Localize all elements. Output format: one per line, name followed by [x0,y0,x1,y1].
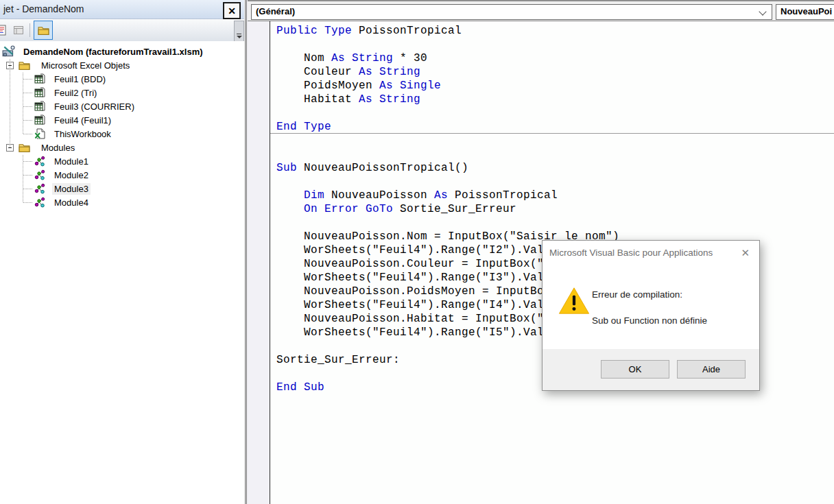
module-icon [34,156,46,167]
toolbar-separator [29,23,30,37]
folder-icon [18,60,30,71]
tree-item[interactable]: Module4 [0,195,244,209]
dialog-title: Microsoft Visual Basic pour Applications [549,248,713,258]
object-dropdown-value: (Général) [256,6,295,16]
view-object-icon [13,25,24,36]
dialog-footer: OK Aide [543,349,759,390]
tree-item-label: Feuil3 (COURRIER) [52,101,136,112]
close-icon[interactable]: ✕ [223,2,241,19]
tree-item-label: Feuil1 (BDD) [52,73,108,85]
view-code-icon[interactable] [0,25,8,36]
code-line [270,38,834,51]
tree-item-label: Module3 [52,183,91,195]
code-line [270,216,834,230]
tree-item[interactable]: Modules [0,141,244,154]
project-explorer-panel: jet - DemandeNom ✕ DemandeNom (facturefo… [0,0,244,504]
folder-icon [18,142,30,153]
tree-item[interactable]: Feuil4 (Feuil1) [0,113,244,127]
tree-item-label: Modules [39,142,77,154]
tree-item[interactable]: Module2 [0,168,244,182]
worksheet-icon [34,115,46,125]
module-icon [34,183,46,194]
module-icon [34,197,46,208]
code-header: (Général) NouveauPoi [248,0,834,21]
workbook-icon [34,128,46,139]
tree-guide [23,93,32,93]
tree-guide [23,175,32,176]
dialog-message-line1: Erreur de compilation: [592,289,682,300]
object-dropdown[interactable]: (Général) [251,4,772,20]
procedure-dropdown-value: NouveauPoi [781,6,832,16]
tree-guide [23,73,23,134]
worksheet-icon [34,73,46,84]
code-line: On Error GoTo Sortie_Sur_Erreur [270,202,834,216]
toolbar-overflow-icon[interactable] [234,21,244,42]
chevron-down-icon [759,8,766,15]
tree-guide [23,161,32,162]
tree-guide [23,79,32,80]
help-button[interactable]: Aide [677,360,746,379]
tree-guide [23,120,32,121]
project-explorer-toolbar [0,19,244,42]
code-line: Habitat As String [270,93,834,106]
project-explorer-titlebar[interactable]: jet - DemandeNom ✕ [0,0,244,19]
worksheet-icon [34,101,46,112]
code-line: PoidsMoyen As Single [270,79,834,93]
warning-icon [558,287,590,317]
procedure-dropdown[interactable]: NouveauPoi [776,4,834,20]
toggle-folders-button[interactable] [34,21,53,40]
tree-item-label: ThisWorkbook [52,128,113,140]
tree-item[interactable]: Feuil1 (BDD) [0,72,244,86]
project-tree: DemandeNom (factureforumTravail1.xlsm)Mi… [0,41,244,504]
worksheet-icon [34,87,46,98]
margin-indicator-bar[interactable] [248,21,270,504]
tree-guide [23,189,32,189]
tree-guide [23,202,32,203]
tree-item[interactable]: Module3 [0,182,244,195]
tree-item[interactable]: Feuil3 (COURRIER) [0,99,244,113]
tree-guide [23,134,32,134]
project-icon [2,46,16,57]
tree-item[interactable]: ThisWorkbook [0,127,244,141]
code-line: Couleur As String [270,65,834,79]
tree-item-label: DemandeNom (factureforumTravail1.xlsm) [21,46,205,58]
close-icon[interactable]: ✕ [741,247,750,259]
tree-item-label: Module4 [52,197,91,208]
module-icon [34,169,46,180]
tree-guide [23,106,32,107]
vba-editor-screen: jet - DemandeNom ✕ DemandeNom (facturefo… [0,0,834,504]
tree-item-label: Feuil4 (Feuil1) [52,115,113,126]
tree-item-label: Microsoft Excel Objets [39,60,132,71]
tree-item[interactable]: Feuil2 (Tri) [0,86,244,99]
tree-item-label: Module1 [52,156,91,167]
tree-item[interactable]: Microsoft Excel Objets [0,58,244,72]
tree-item[interactable]: Module1 [0,154,244,168]
tree-guide [23,155,23,202]
tree-item[interactable]: DemandeNom (factureforumTravail1.xlsm) [0,45,244,58]
tree-item-label: Module2 [52,169,91,181]
code-line [270,106,834,120]
code-line [270,147,834,161]
tree-item-label: Feuil2 (Tri) [52,87,99,99]
code-line: Nom As String * 30 [270,51,834,65]
code-line: Sub NouveauPoissonTropical() [270,161,834,175]
dialog-message-line2: Sub ou Function non définie [592,315,707,326]
ok-button[interactable]: OK [601,360,669,379]
code-line: End Type [270,120,834,134]
tree-guide [10,59,10,147]
error-dialog: Microsoft Visual Basic pour Applications… [542,240,760,391]
code-line [270,134,834,147]
code-line: Dim NouveauPoisson As PoissonTropical [270,189,834,202]
code-line: Public Type PoissonTropical [270,24,834,38]
project-explorer-title: jet - DemandeNom [3,0,84,19]
code-line [270,175,834,189]
